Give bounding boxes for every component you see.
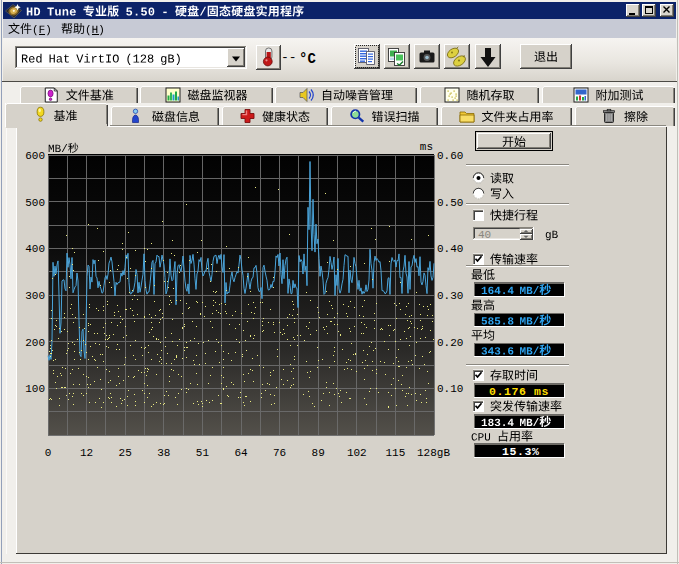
svg-text:0.30: 0.30 xyxy=(437,290,463,302)
svg-text:ms: ms xyxy=(420,141,433,153)
svg-text:°C: °C xyxy=(299,51,316,67)
svg-text:25: 25 xyxy=(119,447,132,459)
svg-text:200: 200 xyxy=(25,337,45,349)
svg-text:500: 500 xyxy=(25,197,45,209)
svg-text:128gB: 128gB xyxy=(417,447,450,459)
svg-text:38: 38 xyxy=(157,447,170,459)
svg-text:600: 600 xyxy=(25,150,45,162)
svg-text:0.50: 0.50 xyxy=(437,197,463,209)
svg-text:100: 100 xyxy=(25,383,45,395)
svg-text:0.20: 0.20 xyxy=(437,337,463,349)
svg-text:89: 89 xyxy=(312,447,325,459)
svg-text:102: 102 xyxy=(347,447,367,459)
svg-text:0.176 ms: 0.176 ms xyxy=(489,385,549,398)
svg-text:0.10: 0.10 xyxy=(437,383,463,395)
svg-text:300: 300 xyxy=(25,290,45,302)
svg-text:400: 400 xyxy=(25,243,45,255)
svg-text:40: 40 xyxy=(478,229,491,241)
svg-text:15.3%: 15.3% xyxy=(502,445,540,458)
svg-text:115: 115 xyxy=(385,447,405,459)
svg-text:0.60: 0.60 xyxy=(437,150,463,162)
svg-text:12: 12 xyxy=(80,447,93,459)
svg-text:64: 64 xyxy=(234,447,248,459)
svg-text:76: 76 xyxy=(273,447,286,459)
svg-text:0.40: 0.40 xyxy=(437,243,463,255)
svg-text:--: -- xyxy=(281,50,297,65)
svg-text:51: 51 xyxy=(196,447,210,459)
svg-text:0: 0 xyxy=(45,447,52,459)
